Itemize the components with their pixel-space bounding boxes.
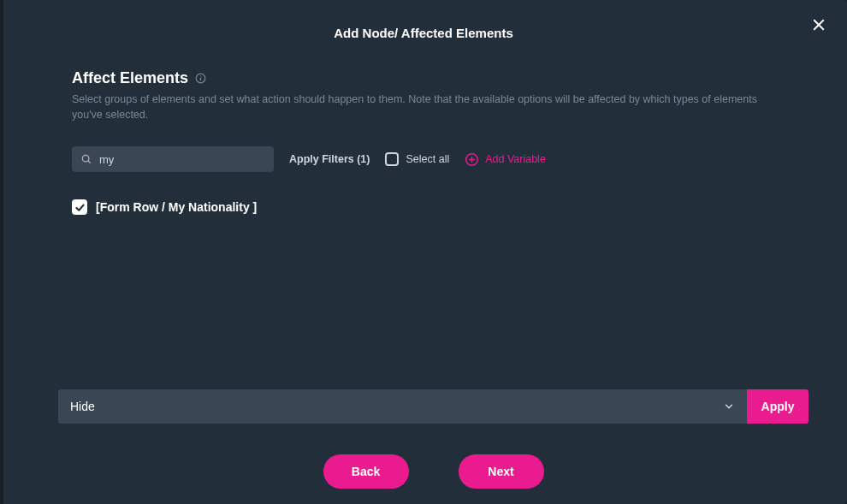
result-label: [Form Row / My Nationality ] bbox=[96, 200, 257, 214]
modal-title: Add Node/ Affected Elements bbox=[0, 26, 847, 40]
action-select[interactable]: Hide bbox=[58, 389, 747, 424]
select-all-label: Select all bbox=[406, 153, 449, 165]
svg-line-6 bbox=[88, 161, 91, 163]
nav-buttons: Back Next bbox=[58, 454, 808, 489]
plus-circle-icon bbox=[465, 152, 479, 167]
search-box[interactable] bbox=[72, 146, 274, 172]
modal-header: Add Node/ Affected Elements bbox=[0, 0, 847, 40]
back-button[interactable]: Back bbox=[323, 454, 409, 489]
add-variable-label: Add Variable bbox=[485, 153, 546, 165]
svg-point-4 bbox=[200, 75, 201, 76]
section-description: Select groups of elements and set what a… bbox=[72, 92, 775, 122]
section-title: Affect Elements bbox=[72, 69, 188, 87]
modal-content: Affect Elements Select groups of element… bbox=[0, 40, 847, 215]
chevron-down-icon bbox=[723, 400, 735, 412]
filter-row: Apply Filters (1) Select all Add Variabl… bbox=[72, 146, 775, 172]
close-button[interactable] bbox=[809, 15, 828, 34]
checkbox-unchecked-icon bbox=[385, 152, 399, 166]
add-variable-button[interactable]: Add Variable bbox=[465, 152, 546, 167]
checkbox-checked-icon bbox=[72, 199, 87, 215]
next-button[interactable]: Next bbox=[459, 454, 544, 489]
action-select-value: Hide bbox=[70, 400, 95, 413]
search-input[interactable] bbox=[92, 153, 265, 166]
bottom-action-area: Hide Apply Back Next bbox=[0, 389, 847, 504]
search-icon bbox=[80, 153, 92, 165]
info-icon[interactable] bbox=[195, 73, 206, 84]
apply-button[interactable]: Apply bbox=[747, 389, 808, 424]
select-all-toggle[interactable]: Select all bbox=[385, 152, 449, 166]
modal-container: Add Node/ Affected Elements Affect Eleme… bbox=[0, 0, 847, 504]
close-icon bbox=[811, 17, 826, 33]
action-row: Hide Apply bbox=[58, 389, 808, 424]
result-item[interactable]: [Form Row / My Nationality ] bbox=[72, 199, 775, 215]
apply-filters-button[interactable]: Apply Filters (1) bbox=[289, 153, 370, 165]
section-title-row: Affect Elements bbox=[72, 69, 775, 87]
svg-point-5 bbox=[82, 155, 89, 162]
